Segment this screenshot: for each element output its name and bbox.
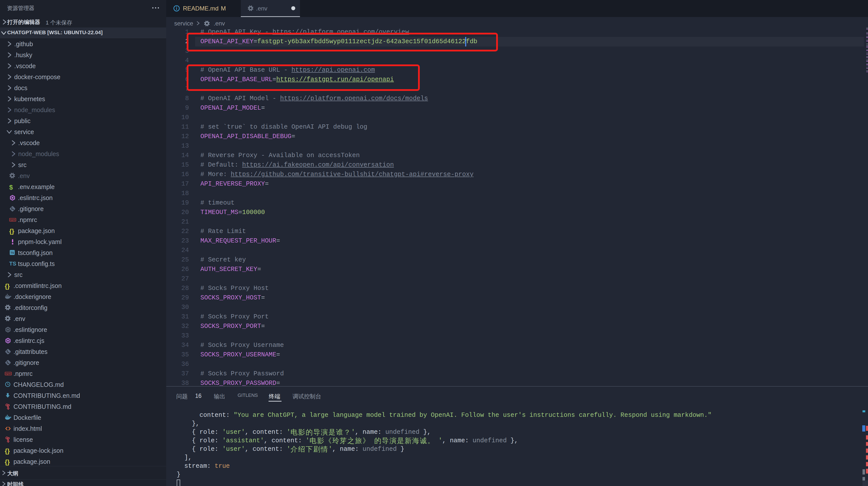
svg-text:npm: npm — [5, 372, 11, 375]
svg-text:npm: npm — [10, 218, 16, 221]
svg-text:TS: TS — [10, 251, 14, 254]
